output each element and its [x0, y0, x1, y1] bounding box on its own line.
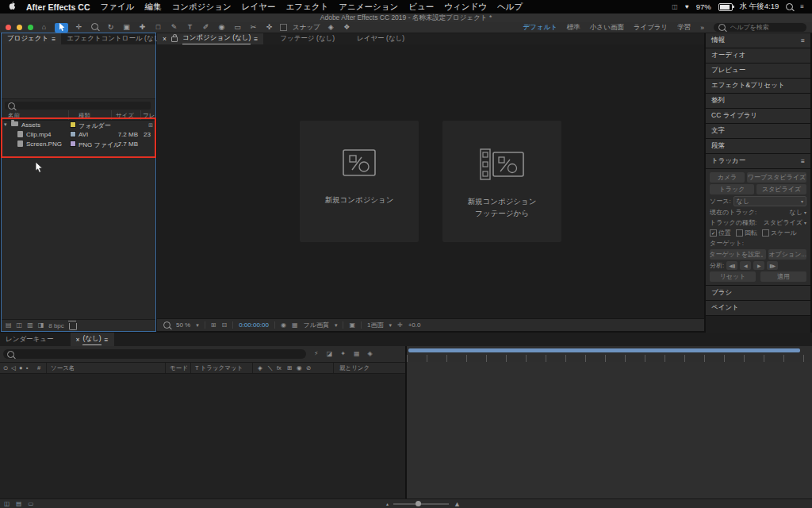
- tab-project[interactable]: プロジェクト ≡: [2, 33, 61, 44]
- panel-audio[interactable]: オーディオ: [706, 48, 810, 63]
- timeline-search-input[interactable]: [14, 348, 295, 361]
- mini-flowchart-icon[interactable]: ⚡: [314, 350, 319, 357]
- timeline-search-field[interactable]: [3, 349, 306, 359]
- snap-checkbox[interactable]: [280, 24, 287, 31]
- dropdown-caret-icon[interactable]: ▾: [335, 322, 338, 328]
- asset-row-image[interactable]: Screen.PNG PNG ファイル 7.7 MB: [2, 140, 155, 149]
- panel-character[interactable]: 文字: [706, 124, 810, 138]
- current-time-display[interactable]: 0:00:00:00: [239, 321, 269, 329]
- column-divider[interactable]: [333, 363, 334, 373]
- help-search-input[interactable]: [729, 23, 802, 32]
- draft-3d-icon[interactable]: ◪: [327, 350, 333, 357]
- workspace-standard[interactable]: 標準: [567, 23, 580, 33]
- column-size[interactable]: サイズ: [116, 112, 134, 120]
- workspace-learn[interactable]: 学習: [677, 23, 691, 33]
- view-layout-value[interactable]: 1画面: [367, 321, 383, 329]
- eraser-tool[interactable]: ▭: [232, 24, 243, 31]
- column-frame[interactable]: フレ: [143, 112, 155, 120]
- help-search-field[interactable]: [714, 23, 806, 32]
- asset-row-clip[interactable]: Clip.mp4 AVI 7.2 MB 23: [2, 130, 155, 140]
- orbit-camera-tool[interactable]: ↻: [105, 24, 116, 31]
- hide-shy-layers-icon[interactable]: ✦: [340, 350, 346, 357]
- zoom-in-icon[interactable]: ▲: [454, 500, 461, 508]
- panel-align[interactable]: 整列: [706, 94, 810, 108]
- menu-view[interactable]: ビュー: [408, 2, 434, 13]
- label-color-swatch[interactable]: [70, 121, 76, 128]
- clone-stamp-tool[interactable]: ◉: [216, 24, 227, 31]
- puppet-pin-tool[interactable]: ✜: [264, 24, 274, 31]
- color-depth-label[interactable]: 8 bpc: [48, 322, 64, 329]
- snapshot-icon[interactable]: ◉: [281, 322, 286, 329]
- home-icon[interactable]: ⌂: [39, 24, 49, 31]
- asset-name[interactable]: Clip.mp4: [26, 131, 52, 138]
- exposure-value[interactable]: +0.0: [408, 321, 421, 329]
- column-divider[interactable]: [46, 363, 47, 373]
- panel-info[interactable]: 情報 ≡: [706, 33, 810, 48]
- display-status-icon[interactable]: ◫: [672, 4, 678, 10]
- effects-switch-icon[interactable]: fx: [277, 364, 282, 371]
- track-camera-button[interactable]: カメラ: [710, 172, 745, 183]
- workspace-libraries[interactable]: ライブラリ: [634, 23, 668, 33]
- tab-layer[interactable]: レイヤー (なし): [351, 33, 410, 44]
- spotlight-icon[interactable]: [786, 3, 793, 10]
- selection-tool[interactable]: [55, 23, 68, 33]
- menu-layer[interactable]: レイヤー: [242, 2, 276, 13]
- warp-stabilizer-button[interactable]: ワープスタビライズ: [747, 172, 806, 183]
- collapse-switch-icon[interactable]: ◈: [258, 364, 262, 371]
- column-source-name[interactable]: ソース名: [51, 364, 75, 372]
- column-divider[interactable]: [190, 363, 191, 373]
- snap-options-icon[interactable]: ◈: [326, 24, 336, 31]
- resolution-value[interactable]: フル画質: [304, 321, 329, 329]
- column-divider[interactable]: [68, 110, 69, 120]
- column-number[interactable]: #: [37, 364, 40, 371]
- stabilize-motion-button[interactable]: スタビライズ: [756, 184, 806, 194]
- audio-icon[interactable]: ◁: [11, 364, 16, 371]
- scale-option[interactable]: スケール: [762, 229, 797, 237]
- snap-label[interactable]: スナップ: [293, 23, 320, 33]
- menu-animation[interactable]: アニメーション: [339, 2, 398, 13]
- dropdown-caret-icon[interactable]: ▾: [196, 322, 199, 328]
- tab-timeline-comp[interactable]: × (なし) ≡: [71, 333, 114, 346]
- apple-menu-icon[interactable]: [8, 2, 16, 13]
- panel-menu-icon[interactable]: ≡: [105, 336, 109, 344]
- close-tab-icon[interactable]: ×: [163, 35, 167, 43]
- panel-preview[interactable]: プレビュー: [706, 64, 810, 78]
- motion-blur-switch-icon[interactable]: ◉: [297, 364, 302, 371]
- tab-effect-controls[interactable]: エフェクトコントロール (なし: [61, 33, 166, 44]
- panel-cc-libraries[interactable]: CC ライブラリ: [706, 109, 810, 123]
- track-motion-button[interactable]: トラック: [710, 184, 754, 194]
- options-button[interactable]: オプション...: [768, 249, 806, 260]
- shape-tool[interactable]: □: [153, 24, 163, 31]
- pixel-aspect-icon[interactable]: ✛: [397, 322, 403, 329]
- magnification-value[interactable]: 50 %: [176, 321, 190, 329]
- time-ruler-ticks[interactable]: [407, 355, 812, 362]
- source-dropdown[interactable]: なし ▾: [733, 196, 806, 206]
- close-tab-icon[interactable]: ×: [76, 336, 80, 344]
- workspace-overflow-chevron[interactable]: »: [700, 24, 704, 32]
- menu-effect[interactable]: エフェクト: [285, 2, 328, 13]
- reset-button[interactable]: リセット: [710, 271, 756, 282]
- panel-effects-presets[interactable]: エフェクト&プリセット: [706, 79, 810, 93]
- zoom-window-button[interactable]: [28, 25, 33, 30]
- battery-icon[interactable]: [718, 3, 733, 11]
- column-name[interactable]: 名前: [8, 112, 20, 120]
- pan-behind-tool[interactable]: ✚: [137, 24, 147, 31]
- new-composition-from-footage-button[interactable]: 新規コンポジション フッテージから: [442, 121, 561, 242]
- disclosure-triangle-icon[interactable]: ▾: [4, 121, 7, 128]
- notification-center-icon[interactable]: ≡: [800, 4, 804, 10]
- timeline-track-area[interactable]: [407, 362, 812, 498]
- layer-list-area[interactable]: [0, 374, 405, 498]
- threed-switch-icon[interactable]: ⊘: [306, 364, 311, 371]
- zoom-out-icon[interactable]: ▴: [386, 501, 389, 506]
- apply-button[interactable]: 適用: [760, 271, 806, 282]
- position-option[interactable]: ✓ 位置: [710, 229, 731, 237]
- delete-icon[interactable]: [69, 323, 77, 330]
- new-composition-button[interactable]: 新規コンポジション: [300, 121, 419, 242]
- menu-file[interactable]: ファイル: [101, 2, 135, 13]
- dropdown-caret-icon[interactable]: ▾: [389, 322, 392, 328]
- hand-tool[interactable]: ✛: [74, 24, 84, 31]
- panel-paragraph[interactable]: 段落: [706, 139, 810, 153]
- close-window-button[interactable]: [6, 25, 11, 30]
- scale-checkbox[interactable]: [762, 229, 769, 237]
- rotation-checkbox[interactable]: [736, 229, 743, 237]
